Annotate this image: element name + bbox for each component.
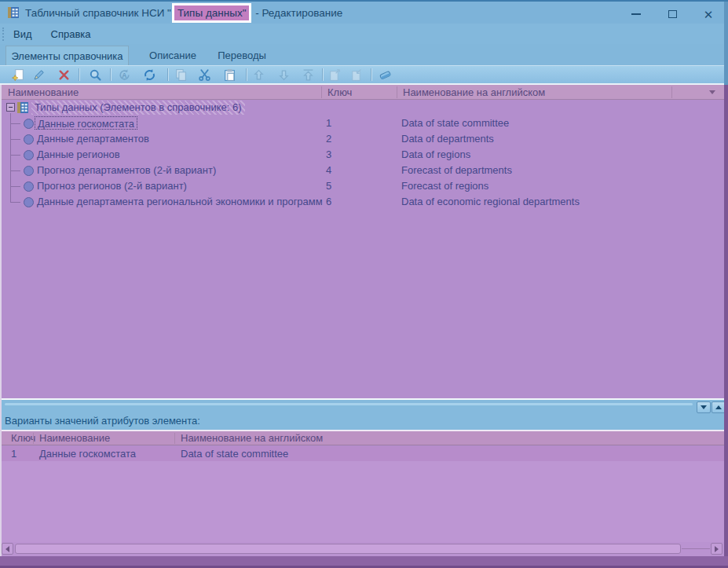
element-name-en[interactable]: Forecast of regions	[401, 178, 488, 194]
column-separator[interactable]	[33, 433, 34, 444]
column-separator[interactable]	[321, 86, 322, 98]
column-header-name-en[interactable]: Наименование на английском	[403, 85, 545, 100]
table-row[interactable]: Данные регионов 3 Data of regions	[0, 147, 724, 163]
minimize-button[interactable]	[624, 4, 648, 24]
element-name-en[interactable]: Data of economic regional departments	[401, 194, 580, 210]
element-icon	[24, 181, 34, 192]
tab-translations[interactable]: Переводы	[203, 46, 281, 65]
scrollbar-track[interactable]	[682, 548, 710, 549]
replace-button[interactable]: A	[115, 67, 134, 83]
dictionary-icon	[16, 101, 29, 114]
element-key[interactable]: 2	[326, 131, 331, 147]
close-icon: ✕	[704, 9, 714, 20]
splitter-expand-down-button[interactable]	[697, 401, 711, 413]
splitter-handle[interactable]	[5, 403, 693, 405]
column-header-key[interactable]: Ключ	[327, 85, 352, 100]
element-name[interactable]: Данные госкомстата	[35, 116, 137, 130]
delete-button[interactable]	[54, 67, 73, 83]
title-bar[interactable]: Табличный справочник НСИ "Типы данных" -…	[0, 2, 728, 24]
paste-clipboard-icon	[223, 68, 236, 82]
column-separator[interactable]	[174, 433, 175, 444]
title-highlight: Типы данных"	[172, 3, 252, 23]
table-row[interactable]: Данные департамента региональной экономи…	[0, 194, 724, 210]
menu-view[interactable]: Вид	[4, 28, 42, 40]
column-separator[interactable]	[671, 86, 672, 98]
maximize-button[interactable]	[660, 4, 684, 24]
element-key[interactable]: 4	[326, 163, 331, 178]
tab-description[interactable]: Описание	[134, 46, 212, 65]
add-item-button[interactable]	[9, 67, 27, 83]
scroll-left-button[interactable]	[2, 543, 13, 555]
element-name[interactable]: Прогноз департаментов (2-й вариант)	[35, 163, 218, 177]
tree-root-label[interactable]: Типы данных (Элементов в справочнике: 6)	[31, 101, 245, 115]
bottom-table-row[interactable]: 1 Данные госкомстата Data of state commi…	[0, 446, 724, 461]
paste-button[interactable]	[220, 67, 239, 83]
element-name[interactable]: Прогноз регионов (2-й вариант)	[35, 179, 189, 192]
move-to-top-button[interactable]	[298, 67, 317, 83]
export-document-button[interactable]	[325, 67, 344, 83]
delete-icon	[57, 68, 71, 82]
minimize-icon	[631, 13, 641, 15]
refresh-button[interactable]	[140, 67, 159, 83]
variant-name-en[interactable]: Data of state committee	[181, 446, 288, 461]
table-row[interactable]: Прогноз регионов (2-й вариант) 5 Forecas…	[0, 178, 724, 194]
replace-icon: A	[118, 68, 131, 82]
element-key[interactable]: 3	[326, 147, 331, 163]
element-name[interactable]: Данные регионов	[35, 148, 123, 161]
refresh-icon	[143, 68, 156, 82]
edit-button[interactable]	[29, 67, 48, 83]
element-name-en[interactable]: Data of regions	[401, 147, 470, 163]
element-name-en[interactable]: Data of state committee	[401, 115, 509, 131]
grid-body: Типы данных (Элементов в справочнике: 6)…	[0, 100, 724, 398]
arrow-left-icon	[5, 546, 9, 552]
splitter-panel: Варианты значений атрибутов элемента:	[0, 400, 728, 430]
import-document-icon	[349, 68, 363, 82]
table-row[interactable]: Прогноз департаментов (2-й вариант) 4 Fo…	[0, 163, 724, 178]
app-icon	[7, 6, 20, 19]
column-header-name[interactable]: Наименование	[8, 85, 79, 100]
column-header-key[interactable]: Ключ	[11, 431, 35, 445]
element-key[interactable]: 5	[326, 178, 331, 194]
column-chooser-icon[interactable]	[709, 90, 715, 94]
column-header-name-en[interactable]: Наименование на английском	[181, 431, 323, 445]
copy-button[interactable]	[171, 67, 190, 83]
arrow-to-top-icon	[302, 68, 315, 82]
bottom-grid-body	[0, 461, 724, 542]
tree-root-row[interactable]: Типы данных (Элементов в справочнике: 6)	[0, 100, 724, 115]
element-key[interactable]: 6	[326, 194, 331, 210]
app-window: Табличный справочник НСИ "Типы данных" -…	[0, 0, 728, 568]
tab-dictionary-elements[interactable]: Элементы справочника	[5, 46, 129, 65]
toolbar: A	[0, 65, 728, 83]
grid-header: Наименование Ключ Наименование на англий…	[0, 85, 724, 100]
column-separator[interactable]	[397, 86, 397, 98]
search-icon	[89, 68, 102, 82]
clear-button[interactable]	[375, 67, 394, 83]
title-prefix: Табличный справочник НСИ "	[25, 7, 171, 19]
variant-key[interactable]: 1	[11, 446, 16, 461]
element-name-en[interactable]: Forecast of departments	[401, 163, 512, 178]
import-document-button[interactable]	[346, 67, 365, 83]
attribute-variants-label: Варианты значений атрибутов элемента:	[5, 414, 200, 428]
scrollbar-thumb[interactable]	[15, 544, 681, 554]
collapse-icon[interactable]	[6, 103, 15, 112]
move-down-button[interactable]	[274, 67, 293, 83]
table-row[interactable]: Данные департаментов 2 Data of departmen…	[0, 131, 724, 147]
column-header-name[interactable]: Наименование	[39, 431, 110, 445]
table-row[interactable]: Данные госкомстата 1 Data of state commi…	[0, 115, 724, 131]
close-button[interactable]: ✕	[697, 4, 720, 24]
chevron-up-icon	[715, 405, 722, 409]
element-name[interactable]: Данные департаментов	[35, 132, 152, 145]
toolbar-separator	[246, 68, 247, 81]
scroll-right-button[interactable]	[711, 543, 723, 555]
cut-scissors-icon	[198, 68, 211, 82]
variant-name[interactable]: Данные госкомстата	[39, 446, 136, 461]
menu-help[interactable]: Справка	[42, 28, 101, 40]
arrow-right-icon	[715, 546, 719, 552]
element-key[interactable]: 1	[326, 115, 331, 131]
horizontal-scrollbar[interactable]	[0, 542, 724, 556]
element-name-en[interactable]: Data of departments	[401, 131, 494, 147]
search-button[interactable]	[86, 67, 104, 83]
move-up-button[interactable]	[249, 67, 268, 83]
element-name[interactable]: Данные департамента региональной экономи…	[35, 195, 325, 208]
cut-button[interactable]	[195, 67, 214, 83]
